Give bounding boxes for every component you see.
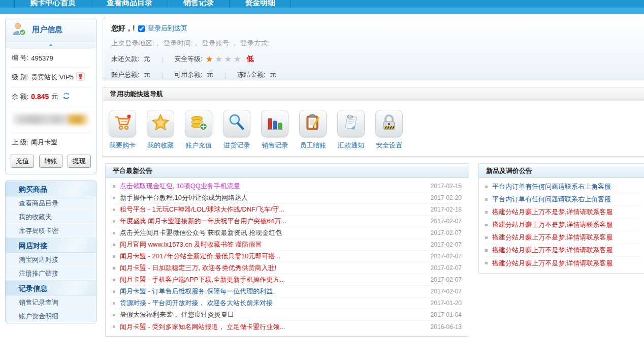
notice-link[interactable]: 搭建分站月赚上万不是梦,详情请联系客服 (492, 207, 613, 217)
announcements-list: 点击领取现金红包, 10项QQ业务手机流量 2017-02-15 新手操作平台教… (106, 178, 469, 336)
quick-sales-record[interactable]: 销售记录 (261, 110, 299, 150)
login-redirect-checkbox[interactable] (138, 25, 145, 32)
user-balance-label: 余 额: (12, 92, 28, 101)
top-navigation-bar: 购卡中心首页 查看商品目录 销售记录 资金明细 (0, 0, 644, 14)
recharge-button[interactable]: 充值 (11, 155, 34, 168)
blurred-private-info (13, 114, 89, 125)
announcement-row[interactable]: 新手操作平台教程,10分钟让你成为网络达人 2017-02-20 (113, 192, 462, 204)
quick-favorites[interactable]: 我的收藏 (147, 110, 185, 150)
nav-item-catalog[interactable]: 查看商品目录 (91, 0, 168, 8)
panel-collapse-toggle[interactable] (6, 42, 96, 48)
announcement-row[interactable]: 闻月卡盟 - 日加款稳定三万, 欢迎各类优秀供货商入驻! 2017-02-07 (113, 262, 462, 274)
announcement-link[interactable]: 新手操作平台教程,10分钟让你成为网络达人 (120, 193, 425, 202)
welcome-panel: 您好，! 登录后到这页 上次登录地区:， 登录时间:， 登录账号:， 登录方式:… (103, 18, 644, 80)
announcement-row[interactable]: 年度盛典 闻月卡盟迎接新的一年庆祝平台用户突破64万... 2017-02-07 (113, 216, 462, 227)
announcement-row[interactable]: 点击关注闻月卡盟微信公众号 获取最新资讯 抢现金红包 2017-02-07 (113, 227, 462, 239)
quick-label: 员工结账 (299, 141, 327, 150)
announcement-link[interactable]: 闻月卡盟 - 2017年分站全新定价,最低只需10元即可搭... (120, 252, 425, 261)
menu-item-taobao-connect[interactable]: 淘宝网店对接 (6, 253, 96, 266)
debt-value: 元 (144, 54, 150, 64)
menu-section-shop-connect[interactable]: 网店对接 (6, 237, 96, 253)
nav-item-sales-record[interactable]: 销售记录 (168, 0, 229, 8)
announcement-link[interactable]: 租号平台 - 1元玩CF神器/LOL/球球大作战/DNF/飞车/守... (120, 205, 425, 214)
frozen-value: 元 (270, 70, 276, 79)
announcement-row[interactable]: 货源对接 - 平台间开放对接， 欢迎各大站长前来对接 2017-01-20 (113, 297, 462, 309)
announcement-date: 2017-02-07 (431, 276, 462, 283)
notice-link[interactable]: 搭建分站月赚上万不是梦,详情请联系客服 (492, 233, 613, 242)
bullet-icon (485, 236, 488, 239)
menu-item-funds-detail[interactable]: 账户资金明细 (6, 309, 96, 323)
quick-recharge[interactable]: 账户充值 (185, 110, 223, 150)
login-redirect-label[interactable]: 登录后到这页 (148, 24, 187, 33)
announcement-date: 2017-01-04 (431, 311, 462, 318)
announcement-row[interactable]: 租号平台 - 1元玩CF神器/LOL/球球大作战/DNF/飞车/守... 201… (113, 204, 462, 216)
menu-item-promo-link[interactable]: 注册推广链接 (6, 266, 96, 280)
notice-row[interactable]: 搭建分站月赚上万不是梦,详情请联系客服 (485, 219, 639, 231)
withdraw-button[interactable]: 提现 (68, 155, 91, 168)
bullet-icon (485, 211, 488, 214)
notice-row[interactable]: 平台内订单有任何问题请联系右上角客服 (485, 181, 639, 193)
main-content: 您好，! 登录后到这页 上次登录地区:， 登录时间:， 登录账号:， 登录方式:… (103, 18, 644, 337)
notice-link[interactable]: 搭建分站月赚上万不是梦,详情请联系客服 (492, 220, 613, 229)
transfer-button[interactable]: 转账 (39, 155, 62, 168)
bullet-icon (113, 255, 115, 258)
bullet-icon (485, 198, 488, 201)
announcement-row[interactable]: 闻月卡盟 - 手机客户端APP下载,全新更新手机操作更方... 2017-02-… (113, 274, 462, 286)
notice-row[interactable]: 搭建分站月赚上万不是梦,详情请联系客服 (485, 206, 639, 219)
user-id-row: 编 号: 495379 (11, 48, 91, 67)
refresh-balance-icon[interactable] (62, 92, 70, 101)
bottom-panels: 平台最新公告 点击领取现金红包, 10项QQ业务手机流量 2017-02-15 … (103, 163, 644, 337)
announcement-row[interactable]: 闻月卡盟 - 2017年分站全新定价,最低只需10元即可搭... 2017-02… (113, 251, 462, 262)
nav-item-funds-detail[interactable]: 资金明细 (229, 0, 291, 8)
menu-section-buy-goods[interactable]: 购买商品 (6, 181, 96, 196)
quick-remittance-notice[interactable]: 汇款通知 (337, 110, 375, 150)
announcement-row[interactable]: 闻月卡盟 - 受到多家知名网站报道， 立足做卡盟行业领... 2016-06-1… (113, 321, 462, 333)
notice-row[interactable]: 搭建分站月赚上万不是梦,详情请联系客服 (485, 257, 639, 270)
announcement-date: 2017-02-07 (431, 218, 462, 225)
announcement-link[interactable]: 闻月官网 www.lx1573.cn 及时收藏书签 谨防假冒 (120, 240, 425, 249)
menu-section-records[interactable]: 记录信息 (6, 280, 96, 295)
announcement-row[interactable]: 闻月卡盟 - 订单售后维权服务,保障每一位代理的利益. 2017-02-07 (113, 286, 462, 297)
divider: | (162, 55, 163, 63)
quick-label: 账户充值 (185, 141, 212, 150)
quick-label: 我要购卡 (109, 141, 136, 150)
chevron-up-icon (49, 44, 53, 46)
notice-row[interactable]: 搭建分站月赚上万不是梦,详情请联系客服 (485, 244, 639, 257)
vip-badge-icon (76, 72, 85, 82)
menu-item-extract-card[interactable]: 库存提取卡密 (6, 224, 96, 237)
notice-link[interactable]: 搭建分站月赚上万不是梦,详情请联系客服 (492, 259, 613, 268)
announcement-link[interactable]: 点击领取现金红包, 10项QQ业务手机流量 (120, 182, 425, 191)
quick-purchase-record[interactable]: 进货记录 (223, 110, 261, 150)
quick-staff-checkout[interactable]: 员工结账 (299, 110, 337, 150)
quick-security-settings[interactable]: 安全设置 (375, 110, 413, 150)
notice-link[interactable]: 平台内订单有任何问题请联系右上角客服 (492, 195, 611, 204)
announcement-row[interactable]: 闻月官网 www.lx1573.cn 及时收藏书签 谨防假冒 2017-02-0… (113, 239, 462, 251)
announcement-link[interactable]: 年度盛典 闻月卡盟迎接新的一年庆祝平台用户突破64万... (120, 217, 425, 226)
announcement-link[interactable]: 闻月卡盟 - 日加款稳定三万, 欢迎各类优秀供货商入驻! (120, 263, 425, 273)
nav-item-buy-home[interactable]: 购卡中心首页 (14, 0, 91, 8)
user-info-title: 用户信息 (32, 25, 62, 35)
announcement-link[interactable]: 闻月卡盟 - 受到多家知名网站报道， 立足做卡盟行业领... (120, 322, 425, 332)
announcement-link[interactable]: 暑假大波福利来袭， 伴您度过炎炎夏日 (120, 310, 425, 319)
notice-row[interactable]: 搭建分站月赚上万不是梦,详情请联系客服 (485, 231, 639, 244)
announcement-row[interactable]: 暑假大波福利来袭， 伴您度过炎炎夏日 2017-01-04 (113, 309, 462, 321)
announcement-link[interactable]: 点击关注闻月卡盟微信公众号 获取最新资讯 抢现金红包 (120, 228, 425, 237)
announcement-date: 2017-02-07 (431, 288, 462, 295)
announcement-link[interactable]: 闻月卡盟 - 手机客户端APP下载,全新更新手机操作更方... (120, 275, 425, 284)
notice-link[interactable]: 平台内订单有任何问题请联系右上角客服 (492, 182, 611, 191)
quick-buy-card[interactable]: 我要购卡 (109, 110, 147, 150)
menu-item-view-catalog[interactable]: 查看商品目录 (6, 196, 96, 210)
coins-icon (188, 112, 209, 135)
announcement-link[interactable]: 闻月卡盟 - 订单售后维权服务,保障每一位代理的利益. (120, 287, 425, 296)
price-notices-title: 新品及调价公告 (479, 164, 644, 178)
notice-link[interactable]: 搭建分站月赚上万不是梦,详情请联系客服 (492, 246, 613, 255)
total-label: 账户总额: (111, 70, 140, 79)
announcement-row[interactable]: 点击领取现金红包, 10项QQ业务手机流量 2017-02-15 (113, 181, 462, 192)
announcement-link[interactable]: 货源对接 - 平台间开放对接， 欢迎各大站长前来对接 (120, 299, 425, 308)
user-level-label: 级 别: (12, 73, 28, 82)
notice-row[interactable]: 平台内订单有任何问题请联系右上角客服 (485, 193, 639, 206)
menu-item-sales-query[interactable]: 销售记录查询 (6, 295, 96, 309)
user-level-row: 级 别: 贵宾站长 VIP5 (11, 67, 91, 87)
bullet-icon (113, 185, 115, 188)
menu-item-favorites[interactable]: 我的收藏夹 (6, 210, 96, 224)
